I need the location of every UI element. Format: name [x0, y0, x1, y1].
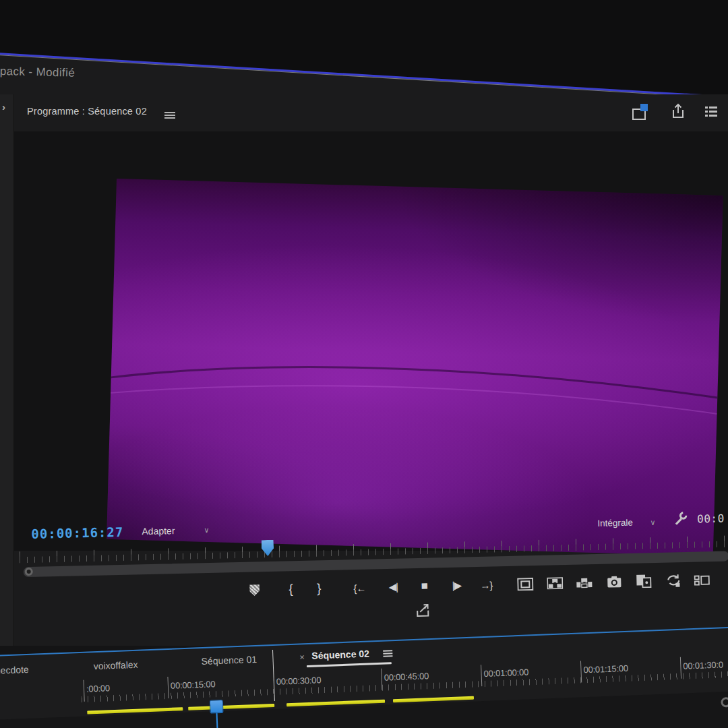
- scrollbar-knob[interactable]: [25, 568, 33, 576]
- fullscreen-video-icon[interactable]: [632, 104, 650, 121]
- tab-close-icon[interactable]: ×: [299, 652, 305, 662]
- tab-menu-icon[interactable]: [383, 650, 392, 652]
- quick-export-icon[interactable]: [670, 102, 686, 120]
- current-timecode[interactable]: 00:00:16:27: [31, 524, 123, 541]
- panel-menu-icon[interactable]: [164, 112, 175, 113]
- program-monitor-panel: › Programme : Séquence 02: [0, 94, 728, 646]
- tab-anecdote[interactable]: necdote: [0, 664, 29, 676]
- tab-sequence-01[interactable]: Séquence 01: [201, 654, 257, 667]
- window-title: pack - Modifié: [0, 65, 75, 80]
- timeline-playhead[interactable]: [210, 700, 224, 714]
- tab-sequence-02[interactable]: Séquence 02: [311, 648, 369, 661]
- zoom-fit-dropdown[interactable]: Adapter: [142, 525, 175, 537]
- mark-out-icon[interactable]: }: [309, 579, 330, 599]
- ruler-label: 00:01:30:0: [683, 659, 723, 671]
- step-back-icon[interactable]: ◀|: [383, 577, 404, 597]
- lift-icon[interactable]: [545, 574, 566, 593]
- duration-timecode-partial: 00:0: [697, 512, 725, 526]
- play-stop-icon[interactable]: ■: [414, 576, 435, 596]
- comparison-view-icon[interactable]: [634, 572, 655, 591]
- go-to-in-icon[interactable]: {←: [349, 578, 370, 598]
- active-tab-underline: [307, 662, 392, 667]
- loop-playback-icon[interactable]: [663, 571, 684, 590]
- mark-in-icon[interactable]: {: [280, 580, 301, 599]
- add-marker-icon[interactable]: [244, 580, 265, 600]
- program-controls: 00:00:16:27 Adapter ∨ Intégrale ∨ 00:0: [0, 504, 728, 645]
- ruler-label: 00:01:15:00: [583, 663, 628, 675]
- chevron-down-icon: ∨: [650, 518, 655, 527]
- video-letterbox-area: [14, 131, 728, 551]
- workspaces-icon[interactable]: [705, 107, 717, 119]
- ruler-label: 00:01:00:00: [483, 667, 528, 679]
- ruler-label: 00:00:45:00: [384, 671, 429, 683]
- chevron-down-icon: ∨: [204, 526, 209, 535]
- settings-wrench-icon[interactable]: [673, 510, 690, 527]
- ruler-label: :00:00: [86, 683, 111, 694]
- panel-expand-chevron-icon[interactable]: ›: [2, 101, 5, 113]
- step-forward-icon[interactable]: |▶: [446, 576, 467, 595]
- safe-margins-icon[interactable]: [515, 574, 536, 594]
- timeline-scroll-knob[interactable]: [721, 697, 728, 708]
- go-to-out-icon[interactable]: →}: [476, 575, 497, 595]
- ruler-label: 00:00:15:00: [171, 679, 216, 691]
- tab-voixoffalex[interactable]: voixoffalex: [93, 659, 138, 672]
- ruler-label: 00:00:30:00: [276, 675, 322, 687]
- share-export-icon[interactable]: [415, 602, 432, 617]
- playback-resolution-dropdown[interactable]: Intégrale: [597, 518, 633, 528]
- extract-icon[interactable]: [574, 573, 595, 593]
- video-preview-frame[interactable]: [107, 179, 723, 556]
- button-editor-icon[interactable]: [692, 570, 712, 590]
- export-frame-icon[interactable]: [604, 572, 625, 592]
- program-panel-title: Programme : Séquence 02: [27, 106, 147, 117]
- premiere-app-window: pack - Modifié › Programme : Séquence 02: [0, 0, 728, 728]
